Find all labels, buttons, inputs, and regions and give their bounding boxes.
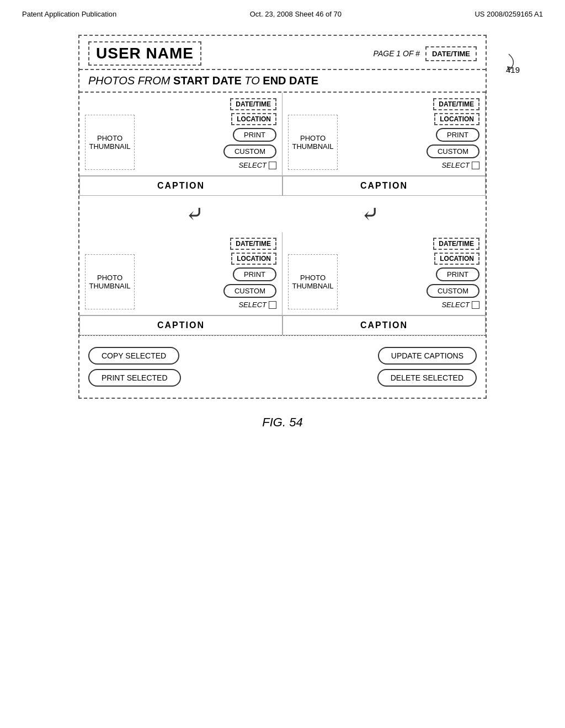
print-selected-button[interactable]: PRINT SELECTED bbox=[88, 369, 181, 387]
photo-item-4: PHOTOTHUMBNAIL DATE/TIME LOCATION PRINT … bbox=[282, 232, 486, 315]
datetime-box-4: DATE/TIME bbox=[433, 238, 479, 250]
figure-label: FIG. 54 bbox=[0, 415, 565, 430]
photo-details-2: DATE/TIME LOCATION PRINT CUSTOM SELECT bbox=[343, 98, 479, 169]
photo-thumbnail-4: PHOTOTHUMBNAIL bbox=[288, 254, 338, 309]
user-name-box: USER NAME bbox=[88, 41, 201, 66]
datetime-box-3: DATE/TIME bbox=[230, 238, 276, 250]
page-info-container: PAGE 1 OF # DATE/TIME bbox=[374, 46, 477, 61]
photo-cell-1: PHOTOTHUMBNAIL DATE/TIME LOCATION PRINT … bbox=[79, 93, 282, 196]
photos-from-label: PHOTOS FROM bbox=[88, 74, 170, 87]
bracket-row: ⤶ ⤶ bbox=[79, 196, 486, 232]
location-box-1: LOCATION bbox=[231, 113, 276, 125]
photo-thumbnail-1: PHOTOTHUMBNAIL bbox=[85, 115, 135, 170]
select-label-1: SELECT bbox=[238, 161, 266, 169]
copy-selected-button[interactable]: COPY SELECTED bbox=[88, 347, 179, 365]
photo-details-3: DATE/TIME LOCATION PRINT CUSTOM SELECT bbox=[140, 238, 276, 309]
photo-cell-3: PHOTOTHUMBNAIL DATE/TIME LOCATION PRINT … bbox=[79, 232, 282, 335]
header-right: US 2008/0259165 A1 bbox=[475, 10, 543, 18]
caption-4: CAPTION bbox=[282, 315, 486, 335]
datetime-header-box: DATE/TIME bbox=[425, 46, 477, 61]
photo-details-4: DATE/TIME LOCATION PRINT CUSTOM SELECT bbox=[343, 238, 479, 309]
select-checkbox-3[interactable] bbox=[269, 301, 276, 309]
caption-2: CAPTION bbox=[282, 176, 486, 196]
select-checkbox-1[interactable] bbox=[269, 162, 276, 169]
photo-details-1: DATE/TIME LOCATION PRINT CUSTOM SELECT bbox=[140, 98, 276, 169]
print-button-2[interactable]: PRINT bbox=[436, 128, 479, 142]
photo-cell-4: PHOTOTHUMBNAIL DATE/TIME LOCATION PRINT … bbox=[282, 232, 486, 335]
photo-thumbnail-2: PHOTOTHUMBNAIL bbox=[288, 115, 338, 170]
update-captions-button[interactable]: UPDATE CAPTIONS bbox=[378, 347, 477, 365]
select-label-3: SELECT bbox=[238, 301, 266, 309]
ui-frame: USER NAME PAGE 1 OF # DATE/TIME PHOTOS F… bbox=[78, 35, 487, 399]
custom-button-1[interactable]: CUSTOM bbox=[223, 144, 276, 158]
to-label: TO bbox=[244, 74, 259, 87]
select-row-1: SELECT bbox=[238, 161, 276, 169]
select-row-3: SELECT bbox=[238, 301, 276, 309]
bottom-right-buttons: UPDATE CAPTIONS DELETE SELECTED bbox=[282, 347, 477, 387]
bracket-right: ⤶ bbox=[361, 201, 380, 227]
custom-button-4[interactable]: CUSTOM bbox=[427, 284, 479, 298]
page-info-text: PAGE 1 OF # bbox=[374, 49, 420, 58]
print-button-4[interactable]: PRINT bbox=[436, 267, 479, 281]
frame-header: USER NAME PAGE 1 OF # DATE/TIME bbox=[79, 36, 486, 70]
end-date: END DATE bbox=[263, 74, 318, 87]
photo-item-row-2: PHOTOTHUMBNAIL DATE/TIME LOCATION PRINT … bbox=[288, 98, 479, 170]
photo-cell-2: PHOTOTHUMBNAIL DATE/TIME LOCATION PRINT … bbox=[282, 93, 486, 196]
bottom-left-buttons: COPY SELECTED PRINT SELECTED bbox=[88, 347, 282, 387]
photo-item-3: PHOTOTHUMBNAIL DATE/TIME LOCATION PRINT … bbox=[79, 232, 282, 315]
select-label-4: SELECT bbox=[441, 301, 470, 309]
photos-from-row: PHOTOS FROM START DATE TO END DATE bbox=[79, 70, 486, 93]
photo-item-row-4: PHOTOTHUMBNAIL DATE/TIME LOCATION PRINT … bbox=[288, 238, 479, 309]
print-button-1[interactable]: PRINT bbox=[233, 128, 276, 142]
print-button-3[interactable]: PRINT bbox=[233, 267, 276, 281]
select-checkbox-2[interactable] bbox=[472, 162, 479, 169]
start-date: START DATE bbox=[173, 74, 244, 87]
caption-1: CAPTION bbox=[79, 176, 282, 196]
location-box-4: LOCATION bbox=[434, 253, 479, 265]
select-row-4: SELECT bbox=[441, 301, 479, 309]
bottom-buttons: COPY SELECTED PRINT SELECTED UPDATE CAPT… bbox=[79, 335, 486, 398]
page-header: Patent Application Publication Oct. 23, … bbox=[0, 0, 565, 24]
header-left: Patent Application Publication bbox=[22, 10, 116, 18]
custom-button-2[interactable]: CUSTOM bbox=[427, 144, 479, 158]
select-checkbox-4[interactable] bbox=[472, 301, 479, 309]
photo-item-row-3: PHOTOTHUMBNAIL DATE/TIME LOCATION PRINT … bbox=[85, 238, 276, 309]
bracket-left: ⤶ bbox=[185, 201, 204, 227]
main-container: USER NAME PAGE 1 OF # DATE/TIME PHOTOS F… bbox=[73, 35, 492, 399]
datetime-box-1: DATE/TIME bbox=[230, 98, 276, 110]
location-box-3: LOCATION bbox=[231, 253, 276, 265]
photos-from-text: PHOTOS FROM START DATE TO END DATE bbox=[88, 74, 318, 87]
header-center: Oct. 23, 2008 Sheet 46 of 70 bbox=[250, 10, 342, 18]
caption-3: CAPTION bbox=[79, 315, 282, 335]
photo-thumbnail-3: PHOTOTHUMBNAIL bbox=[85, 254, 135, 309]
frame-arrow-icon bbox=[504, 51, 521, 76]
photo-item-row-1: PHOTOTHUMBNAIL DATE/TIME LOCATION PRINT … bbox=[85, 98, 276, 170]
photo-grid: PHOTOTHUMBNAIL DATE/TIME LOCATION PRINT … bbox=[79, 93, 486, 196]
select-label-2: SELECT bbox=[441, 161, 470, 169]
select-row-2: SELECT bbox=[441, 161, 479, 169]
delete-selected-button[interactable]: DELETE SELECTED bbox=[377, 369, 477, 387]
custom-button-3[interactable]: CUSTOM bbox=[223, 284, 276, 298]
datetime-box-2: DATE/TIME bbox=[433, 98, 479, 110]
photo-item-1: PHOTOTHUMBNAIL DATE/TIME LOCATION PRINT … bbox=[79, 93, 282, 176]
location-box-2: LOCATION bbox=[434, 113, 479, 125]
photo-grid-2: PHOTOTHUMBNAIL DATE/TIME LOCATION PRINT … bbox=[79, 232, 486, 335]
photo-item-2: PHOTOTHUMBNAIL DATE/TIME LOCATION PRINT … bbox=[282, 93, 486, 176]
